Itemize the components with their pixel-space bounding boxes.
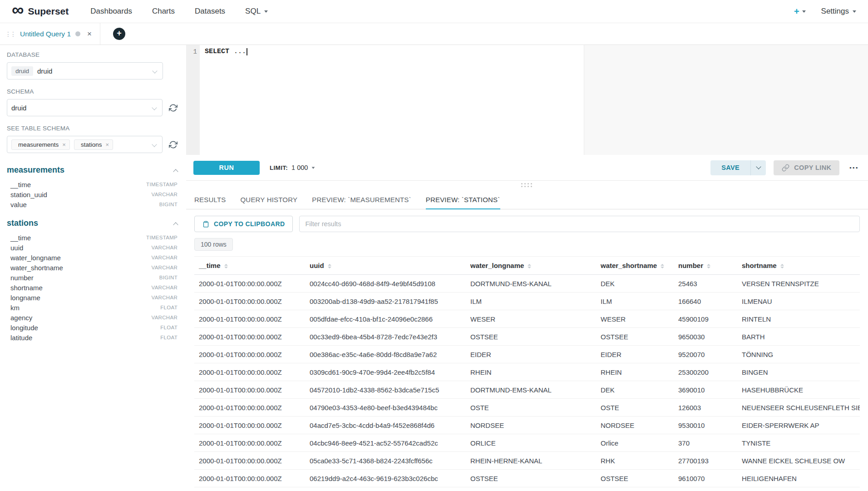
table-row: 2000-01-01T00:00:00.000Z 04790e03-4353-4… bbox=[194, 399, 860, 417]
add-tab-button[interactable]: + bbox=[113, 28, 125, 40]
column-name: uuid bbox=[10, 244, 23, 252]
tab-preview-stations[interactable]: PREVIEW: `STATIONS` bbox=[426, 190, 500, 209]
copy-link-button[interactable]: COPY LINK bbox=[774, 160, 839, 175]
cell-uuid: 003200ab-d138-49d9-aa52-217817941f85 bbox=[305, 293, 466, 310]
pane-resize-handle[interactable] bbox=[186, 180, 868, 190]
table-row: 2000-01-01T00:00:00.000Z 00c33ed9-6bea-4… bbox=[194, 328, 860, 346]
column-type: BIGINT bbox=[159, 275, 178, 280]
clipboard-icon bbox=[202, 221, 209, 228]
close-tab-icon[interactable]: × bbox=[87, 30, 92, 39]
table-select[interactable]: measurements × stations × bbox=[7, 136, 163, 153]
tab-query-history[interactable]: QUERY HISTORY bbox=[240, 190, 297, 209]
column-name: km bbox=[10, 304, 20, 312]
database-type-tag: druid bbox=[11, 66, 33, 76]
table-tag-stations: stations × bbox=[74, 139, 113, 150]
cell-time: 2000-01-01T00:00:00.000Z bbox=[194, 275, 305, 293]
column-row: water_longname VARCHAR bbox=[7, 253, 178, 263]
editor-gutter: 1 bbox=[186, 45, 200, 155]
column-row: latitude FLOAT bbox=[7, 332, 178, 342]
table-row: 2000-01-01T00:00:00.000Z 003200ab-d138-4… bbox=[194, 293, 860, 310]
superset-logo[interactable]: ∞ Superset bbox=[12, 6, 69, 17]
chevron-down-icon bbox=[756, 164, 761, 169]
table-schema-field: SEE TABLE SCHEMA measurements × stations… bbox=[7, 125, 179, 153]
cell-water-shortname: RHEIN bbox=[596, 363, 674, 381]
table-row: 2000-01-01T00:00:00.000Z 05ca0e33-5c71-4… bbox=[194, 452, 860, 470]
cell-number: 9650030 bbox=[674, 328, 737, 346]
settings-menu[interactable]: Settings bbox=[821, 7, 856, 16]
column-name: water_longname bbox=[10, 254, 61, 262]
cell-uuid: 05ca0e33-5c71-4368-b824-2243fcff656c bbox=[305, 452, 466, 470]
column-header-time[interactable]: __time bbox=[194, 257, 305, 275]
run-button[interactable]: RUN bbox=[193, 161, 260, 175]
nav-datasets[interactable]: Datasets bbox=[195, 7, 225, 16]
cell-time: 2000-01-01T00:00:00.000Z bbox=[194, 310, 305, 328]
new-item-button[interactable]: + bbox=[794, 6, 806, 17]
tab-results[interactable]: RESULTS bbox=[194, 190, 226, 209]
copy-to-clipboard-button[interactable]: COPY TO CLIPBOARD bbox=[194, 216, 293, 232]
tab-drag-handle-icon[interactable]: ⋮⋮ bbox=[5, 30, 15, 38]
table-row: 2000-01-01T00:00:00.000Z 00e386ac-e35c-4… bbox=[194, 346, 860, 363]
tab-untitled-query-1[interactable]: ⋮⋮ Untitled Query 1 × bbox=[0, 23, 100, 45]
table-schema-measurements: measurements __time TIMESTAMP station_uu… bbox=[7, 165, 178, 209]
collapse-stations[interactable]: stations bbox=[7, 218, 178, 228]
table-name: stations bbox=[7, 218, 38, 228]
cell-shortname: NEUENSEER SCHLEUSENFLETH SIEL bbox=[737, 399, 860, 417]
column-header-shortname[interactable]: shortname bbox=[737, 257, 860, 275]
column-type: VARCHAR bbox=[152, 265, 178, 270]
cell-uuid: 04cbc946-8ee9-4521-ac52-557642cad52c bbox=[305, 434, 466, 452]
editor-code-area[interactable]: SELECT... bbox=[200, 45, 868, 155]
database-select[interactable]: druid druid bbox=[7, 62, 163, 79]
nav-sql-label: SQL bbox=[245, 7, 261, 16]
refresh-schemas-button[interactable] bbox=[167, 102, 179, 114]
table-row: 2000-01-01T00:00:00.000Z 005dfdae-efcc-4… bbox=[194, 310, 860, 328]
plus-icon: + bbox=[794, 6, 799, 17]
infinity-logo-icon: ∞ bbox=[12, 5, 24, 15]
results-toolbar: COPY TO CLIPBOARD bbox=[186, 209, 868, 232]
main-nav: Dashboards Charts Datasets SQL bbox=[90, 7, 794, 16]
cell-uuid: 0309cd61-90c9-470e-99d4-2ee4fb2c5f84 bbox=[305, 363, 466, 381]
column-list: __time TIMESTAMP station_uuid VARCHAR va… bbox=[7, 179, 178, 209]
query-tabbar: ⋮⋮ Untitled Query 1 × + bbox=[0, 23, 868, 45]
column-header-number[interactable]: number bbox=[674, 257, 737, 275]
tab-preview-measurements[interactable]: PREVIEW: `MEASUREMENTS` bbox=[312, 190, 411, 209]
database-value: druid bbox=[37, 67, 52, 75]
collapse-measurements[interactable]: measurements bbox=[7, 165, 178, 175]
column-row: longitude FLOAT bbox=[7, 322, 178, 332]
column-type: FLOAT bbox=[160, 305, 178, 310]
cell-water-longname: RHEIN bbox=[466, 363, 596, 381]
nav-sql[interactable]: SQL bbox=[245, 7, 268, 16]
save-dropdown-button[interactable] bbox=[750, 160, 766, 175]
column-name: water_shortname bbox=[10, 264, 63, 272]
results-table-body: 2000-01-01T00:00:00.000Z 0024cc40-d690-4… bbox=[194, 275, 860, 487]
code-line: SELECT... bbox=[200, 45, 868, 55]
cell-time: 2000-01-01T00:00:00.000Z bbox=[194, 399, 305, 417]
cell-time: 2000-01-01T00:00:00.000Z bbox=[194, 363, 305, 381]
remove-table-icon[interactable]: × bbox=[62, 141, 66, 148]
schema-field: SCHEMA druid bbox=[7, 88, 179, 116]
link-icon bbox=[782, 164, 789, 172]
sql-editor[interactable]: 1 SELECT... bbox=[186, 45, 868, 155]
more-actions-button[interactable]: ... bbox=[847, 160, 860, 175]
column-name: station_uuid bbox=[10, 191, 47, 198]
cell-number: 9530010 bbox=[674, 417, 737, 434]
cell-uuid: 04acd7e5-3cbc-4cdd-b4a9-f452e868f4d6 bbox=[305, 417, 466, 434]
remove-table-icon[interactable]: × bbox=[105, 141, 109, 148]
nav-dashboards[interactable]: Dashboards bbox=[90, 7, 132, 16]
column-header-water-shortname[interactable]: water_shortname bbox=[596, 257, 674, 275]
refresh-tables-button[interactable] bbox=[167, 139, 179, 150]
schema-select[interactable]: druid bbox=[7, 99, 163, 116]
database-field: DATABASE druid druid bbox=[7, 51, 179, 79]
cell-shortname: BINGEN bbox=[737, 363, 860, 381]
limit-dropdown[interactable]: LIMIT: 1 000 bbox=[270, 164, 315, 171]
column-header-water-longname[interactable]: water_longname bbox=[466, 257, 596, 275]
cell-water-shortname: OSTE bbox=[596, 399, 674, 417]
filter-results-input[interactable] bbox=[299, 216, 860, 232]
sort-icon bbox=[661, 264, 664, 268]
cell-number: 3690010 bbox=[674, 381, 737, 399]
nav-charts[interactable]: Charts bbox=[152, 7, 175, 16]
chevron-down-icon bbox=[152, 142, 157, 147]
column-header-uuid[interactable]: uuid bbox=[305, 257, 466, 275]
save-button[interactable]: SAVE bbox=[710, 160, 750, 175]
caret-down-icon bbox=[802, 10, 806, 13]
cell-shortname: ILMENAU bbox=[737, 293, 860, 310]
